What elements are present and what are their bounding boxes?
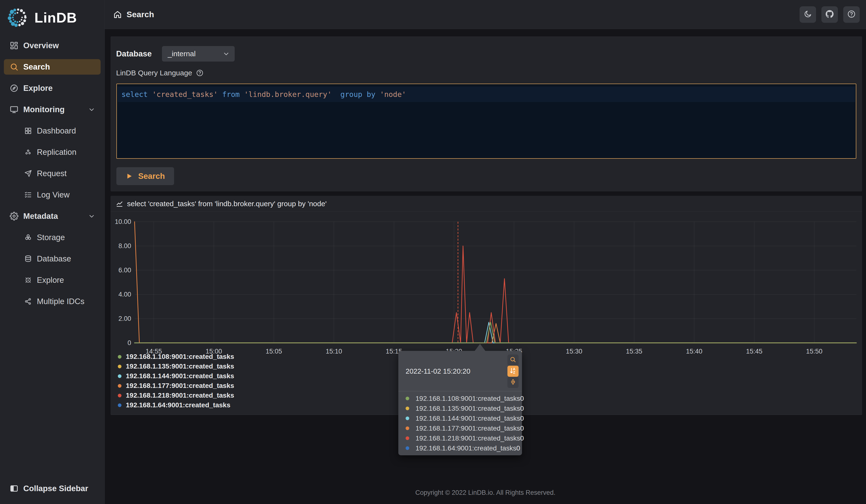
legend-item[interactable]: 192.168.1.135:9001:created_tasks [118,362,234,370]
sidebar-item-database[interactable]: Database [4,251,101,267]
database-icon [24,255,32,263]
query-token: 'created_tasks' [152,90,218,99]
tooltip-header: 2022-11-02 15:20:20 AZ 09 [398,351,522,391]
tooltip-sort-value-button[interactable]: 09 [508,377,519,388]
search-button[interactable]: Search [116,167,174,185]
query-editor-line: select 'created_tasks' from 'lindb.broke… [118,87,855,102]
legend-item[interactable]: 192.168.1.108:9001:created_tasks [118,353,234,360]
svg-text:6.00: 6.00 [118,267,131,274]
footer-copyright: Copyright © 2022 LinDB.io. All Rights Re… [105,489,866,496]
github-button[interactable] [821,6,838,23]
tooltip-row: 192.168.1.218:9001:created_tasks 0 [398,433,522,443]
tooltip-row: 192.168.1.108:9001:created_tasks 0 [398,393,522,403]
help-button[interactable] [843,6,860,23]
database-row: Database _internal [116,46,235,61]
legend-dot [118,394,121,397]
series-name: 192.168.1.177:9001:created_tasks [415,425,520,432]
legend-label: 192.168.1.177:9001:created_tasks [126,382,234,390]
chevron-down-icon [223,50,230,57]
moon-button[interactable] [800,6,816,23]
chart-legend: 192.168.1.108:9001:created_tasks 192.168… [118,353,234,409]
svg-text:0: 0 [127,339,131,347]
legend-label: 192.168.1.135:9001:created_tasks [126,362,234,370]
chart-canvas[interactable]: 02.004.006.008.0010.0014:5515:0015:0515:… [111,213,862,354]
sidebar-item-monitoring[interactable]: Monitoring [4,102,101,117]
collapse-sidebar-button[interactable]: Collapse Sidebar [4,481,101,496]
sidebar-item-multiple-idcs[interactable]: Multiple IDCs [4,294,101,309]
query-panel: Database _internal LinDB Query Language … [111,36,862,191]
compass-icon [10,84,19,92]
query-token: from [218,90,244,99]
question-circle-icon[interactable] [196,69,203,77]
svg-text:15:10: 15:10 [326,348,342,354]
series-name: 192.168.1.218:9001:created_tasks [415,435,520,442]
target-icon [24,276,32,284]
legend-item[interactable]: 192.168.1.64:9001:created_tasks [118,401,234,409]
legend-item[interactable]: 192.168.1.177:9001:created_tasks [118,382,234,390]
legend-dot [118,384,121,388]
sidebar-nav: Overview Search Explore Monitoring Dashb… [0,38,104,315]
series-value: 0 [520,425,524,432]
tooltip-row: 192.168.1.135:9001:created_tasks 0 [398,403,522,413]
svg-text:Z: Z [513,371,515,374]
breadcrumb-label: Search [126,10,154,19]
series-dot [406,416,409,420]
chart-line-icon [116,200,123,208]
series-dot [406,406,409,410]
chevron-down-icon [88,213,95,220]
sidebar-item-overview[interactable]: Overview [4,38,101,53]
search-icon [10,63,19,71]
moon-icon [804,10,812,19]
query-language-row: LinDB Query Language [116,69,203,77]
tooltip-row: 192.168.1.177:9001:created_tasks 0 [398,423,522,433]
tooltip-rows: 192.168.1.108:9001:created_tasks 0 192.1… [398,391,522,455]
query-language-label: LinDB Query Language [116,69,192,77]
legend-label: 192.168.1.108:9001:created_tasks [126,353,234,360]
query-editor[interactable]: select 'created_tasks' from 'lindb.broke… [116,83,856,159]
svg-text:15:35: 15:35 [626,348,643,354]
sidebar-item-log-view[interactable]: Log View [4,187,101,203]
sidebar-item-metadata[interactable]: Metadata [4,209,101,224]
sidebar-item-dashboard[interactable]: Dashboard [4,123,101,138]
magnifier-icon [509,356,517,364]
tooltip-timestamp: 2022-11-02 15:20:20 [406,367,505,375]
query-token: group by [332,90,380,99]
sidebar-item-request[interactable]: Request [4,166,101,181]
query-token: 'node' [380,90,406,99]
legend-dot [118,365,121,368]
home-icon[interactable] [113,10,122,19]
series-name: 192.168.1.64:9001:created_tasks [415,444,517,452]
series-value: 0 [517,444,520,452]
app-logo[interactable]: LinDB [0,0,104,29]
legend-dot [118,403,121,407]
sidebar-item-explore[interactable]: Explore [4,272,101,288]
svg-text:09: 09 [511,380,515,384]
sidebar-item-replication[interactable]: Replication [4,144,101,160]
database-select[interactable]: _internal [162,46,235,61]
monitor-icon [10,105,19,114]
series-dot [406,397,409,400]
tooltip-sort-alpha-button[interactable]: AZ [508,366,519,377]
sidebar-item-explore[interactable]: Explore [4,80,101,96]
tooltip-magnifier-button[interactable] [508,355,519,366]
legend-item[interactable]: 192.168.1.144:9001:created_tasks [118,372,234,380]
svg-text:15:30: 15:30 [566,348,582,354]
topbar: Search [105,0,866,29]
search-button-label: Search [138,171,165,181]
legend-item[interactable]: 192.168.1.218:9001:created_tasks [118,392,234,399]
dashboard-icon [24,127,32,135]
collapse-sidebar-label: Collapse Sidebar [23,484,88,493]
tooltip-row: 192.168.1.64:9001:created_tasks 0 [398,443,522,453]
sidebar-item-storage[interactable]: Storage [4,230,101,245]
legend-label: 192.168.1.218:9001:created_tasks [126,392,234,399]
sort-value-icon: 09 [509,378,517,387]
legend-label: 192.168.1.64:9001:created_tasks [126,401,230,409]
overview-icon [10,41,19,50]
series-name: 192.168.1.144:9001:created_tasks [415,415,520,422]
series-dot [406,436,409,440]
app-title: LinDB [34,10,77,26]
sidebar-item-search[interactable]: Search [4,59,101,75]
breadcrumb: Search [113,10,154,19]
svg-text:15:40: 15:40 [686,348,703,354]
series-value: 0 [520,405,524,412]
